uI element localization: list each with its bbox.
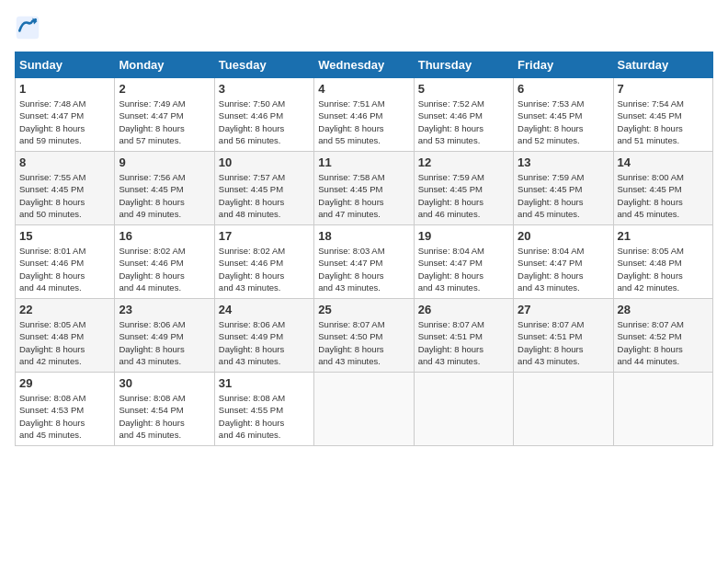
day-info: Sunrise: 8:07 AMSunset: 4:52 PMDaylight:… [618,318,709,367]
day-info: Sunrise: 7:59 AMSunset: 4:45 PMDaylight:… [518,171,609,220]
calendar-cell: 10Sunrise: 7:57 AMSunset: 4:45 PMDayligh… [214,152,313,225]
day-number: 11 [318,155,409,169]
calendar-cell: 30Sunrise: 8:08 AMSunset: 4:54 PMDayligh… [115,373,214,446]
day-info: Sunrise: 8:00 AMSunset: 4:45 PMDaylight:… [618,171,709,220]
day-info: Sunrise: 8:02 AMSunset: 4:46 PMDaylight:… [119,245,210,293]
calendar-cell: 25Sunrise: 8:07 AMSunset: 4:50 PMDayligh… [314,299,414,373]
calendar-week-row: 15Sunrise: 8:01 AMSunset: 4:46 PMDayligh… [16,225,713,299]
calendar-week-row: 22Sunrise: 8:05 AMSunset: 4:48 PMDayligh… [16,299,713,373]
day-number: 16 [119,229,210,243]
calendar-cell [414,373,513,446]
day-header-sunday: Sunday [16,52,115,78]
calendar-cell: 9Sunrise: 7:56 AMSunset: 4:45 PMDaylight… [115,152,214,225]
day-info: Sunrise: 7:56 AMSunset: 4:45 PMDaylight:… [119,171,210,220]
calendar-cell: 11Sunrise: 7:58 AMSunset: 4:45 PMDayligh… [314,152,414,225]
calendar-cell [613,373,712,446]
day-number: 3 [219,82,310,96]
calendar-week-row: 8Sunrise: 7:55 AMSunset: 4:45 PMDaylight… [16,152,713,225]
day-header-monday: Monday [115,52,214,78]
day-info: Sunrise: 8:06 AMSunset: 4:49 PMDaylight:… [219,318,310,367]
day-number: 13 [518,155,609,169]
day-number: 8 [19,155,110,169]
day-number: 14 [618,155,709,169]
day-number: 12 [418,155,509,169]
day-info: Sunrise: 8:08 AMSunset: 4:55 PMDaylight:… [219,392,310,441]
calendar-cell: 1Sunrise: 7:48 AMSunset: 4:47 PMDaylight… [16,78,115,152]
day-number: 26 [418,303,509,316]
day-header-friday: Friday [514,52,613,78]
day-number: 28 [618,303,709,316]
day-number: 23 [119,303,210,316]
day-number: 6 [518,82,609,96]
day-info: Sunrise: 8:07 AMSunset: 4:50 PMDaylight:… [318,318,409,367]
calendar-cell: 31Sunrise: 8:08 AMSunset: 4:55 PMDayligh… [214,373,313,446]
calendar-cell: 15Sunrise: 8:01 AMSunset: 4:46 PMDayligh… [16,225,115,299]
day-info: Sunrise: 8:04 AMSunset: 4:47 PMDaylight:… [418,245,509,293]
day-number: 30 [119,376,210,390]
calendar-cell: 20Sunrise: 8:04 AMSunset: 4:47 PMDayligh… [514,225,613,299]
calendar-cell: 7Sunrise: 7:54 AMSunset: 4:45 PMDaylight… [613,78,712,152]
day-info: Sunrise: 8:04 AMSunset: 4:47 PMDaylight:… [518,245,609,293]
logo-icon [15,15,40,40]
day-number: 9 [119,155,210,169]
day-info: Sunrise: 7:51 AMSunset: 4:46 PMDaylight:… [318,98,409,146]
day-number: 20 [518,229,609,243]
day-info: Sunrise: 8:07 AMSunset: 4:51 PMDaylight:… [518,318,609,367]
calendar-week-row: 1Sunrise: 7:48 AMSunset: 4:47 PMDaylight… [16,78,713,152]
calendar-cell: 6Sunrise: 7:53 AMSunset: 4:45 PMDaylight… [514,78,613,152]
day-info: Sunrise: 7:48 AMSunset: 4:47 PMDaylight:… [19,98,110,146]
day-info: Sunrise: 7:58 AMSunset: 4:45 PMDaylight:… [318,171,409,220]
day-number: 19 [418,229,509,243]
day-header-wednesday: Wednesday [314,52,414,78]
day-number: 22 [19,303,110,316]
calendar-cell: 12Sunrise: 7:59 AMSunset: 4:45 PMDayligh… [414,152,513,225]
day-number: 17 [219,229,310,243]
day-info: Sunrise: 8:07 AMSunset: 4:51 PMDaylight:… [418,318,509,367]
day-number: 7 [618,82,709,96]
calendar-table: SundayMondayTuesdayWednesdayThursdayFrid… [15,52,713,446]
day-header-tuesday: Tuesday [214,52,313,78]
day-number: 10 [219,155,310,169]
calendar-cell: 26Sunrise: 8:07 AMSunset: 4:51 PMDayligh… [414,299,513,373]
day-info: Sunrise: 7:59 AMSunset: 4:45 PMDaylight:… [418,171,509,220]
calendar-cell [514,373,613,446]
day-info: Sunrise: 7:57 AMSunset: 4:45 PMDaylight:… [219,171,310,220]
day-info: Sunrise: 8:06 AMSunset: 4:49 PMDaylight:… [119,318,210,367]
calendar-cell: 3Sunrise: 7:50 AMSunset: 4:46 PMDaylight… [214,78,313,152]
day-info: Sunrise: 8:05 AMSunset: 4:48 PMDaylight:… [618,245,709,293]
day-header-thursday: Thursday [414,52,513,78]
calendar-cell: 4Sunrise: 7:51 AMSunset: 4:46 PMDaylight… [314,78,414,152]
calendar-cell: 16Sunrise: 8:02 AMSunset: 4:46 PMDayligh… [115,225,214,299]
day-number: 5 [418,82,509,96]
calendar-cell: 24Sunrise: 8:06 AMSunset: 4:49 PMDayligh… [214,299,313,373]
day-info: Sunrise: 7:52 AMSunset: 4:46 PMDaylight:… [418,98,509,146]
calendar-cell: 28Sunrise: 8:07 AMSunset: 4:52 PMDayligh… [613,299,712,373]
calendar-cell: 22Sunrise: 8:05 AMSunset: 4:48 PMDayligh… [16,299,115,373]
day-header-saturday: Saturday [613,52,712,78]
day-number: 18 [318,229,409,243]
day-number: 29 [19,376,110,390]
day-number: 31 [219,376,310,390]
day-number: 4 [318,82,409,96]
calendar-cell [314,373,414,446]
calendar-header-row: SundayMondayTuesdayWednesdayThursdayFrid… [16,52,713,78]
day-info: Sunrise: 8:02 AMSunset: 4:46 PMDaylight:… [219,245,310,293]
day-number: 25 [318,303,409,316]
calendar-cell: 8Sunrise: 7:55 AMSunset: 4:45 PMDaylight… [16,152,115,225]
day-number: 1 [19,82,110,96]
calendar-cell: 21Sunrise: 8:05 AMSunset: 4:48 PMDayligh… [613,225,712,299]
calendar-week-row: 29Sunrise: 8:08 AMSunset: 4:53 PMDayligh… [16,373,713,446]
day-info: Sunrise: 7:55 AMSunset: 4:45 PMDaylight:… [19,171,110,220]
day-number: 21 [618,229,709,243]
calendar-cell: 5Sunrise: 7:52 AMSunset: 4:46 PMDaylight… [414,78,513,152]
calendar-cell: 14Sunrise: 8:00 AMSunset: 4:45 PMDayligh… [613,152,712,225]
calendar-cell: 27Sunrise: 8:07 AMSunset: 4:51 PMDayligh… [514,299,613,373]
day-info: Sunrise: 8:01 AMSunset: 4:46 PMDaylight:… [19,245,110,293]
day-info: Sunrise: 8:08 AMSunset: 4:54 PMDaylight:… [119,392,210,441]
calendar-cell: 17Sunrise: 8:02 AMSunset: 4:46 PMDayligh… [214,225,313,299]
day-info: Sunrise: 8:05 AMSunset: 4:48 PMDaylight:… [19,318,110,367]
day-info: Sunrise: 7:49 AMSunset: 4:47 PMDaylight:… [119,98,210,146]
day-info: Sunrise: 7:54 AMSunset: 4:45 PMDaylight:… [618,98,709,146]
calendar-cell: 2Sunrise: 7:49 AMSunset: 4:47 PMDaylight… [115,78,214,152]
day-info: Sunrise: 8:03 AMSunset: 4:47 PMDaylight:… [318,245,409,293]
